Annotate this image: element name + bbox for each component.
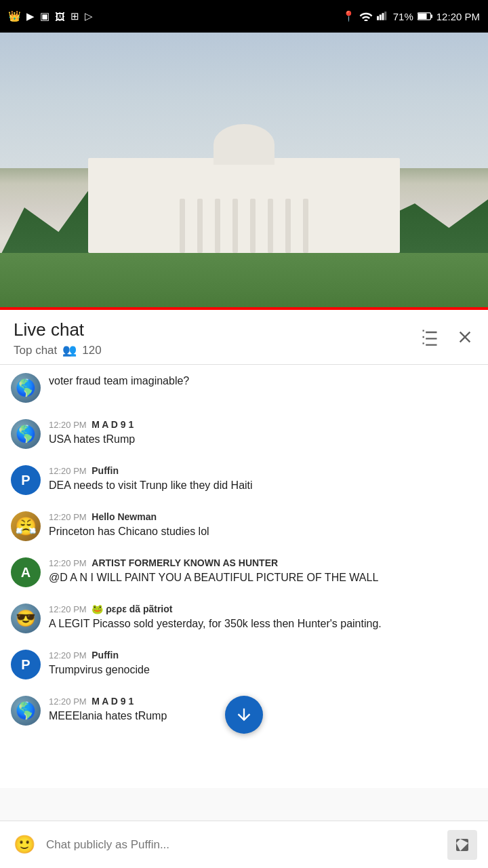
- username: Puffin: [92, 650, 119, 660]
- message-time: 12:20 PM: [49, 512, 87, 522]
- chat-header: Live chat Top chat 👥 120: [0, 310, 488, 365]
- battery-icon: [418, 11, 432, 22]
- emoji-button[interactable]: 🙂: [11, 831, 38, 859]
- svg-rect-3: [384, 12, 386, 20]
- message-content: 12:20 PM Hello Newman Princeton has Chic…: [49, 511, 477, 539]
- send-button[interactable]: [447, 830, 477, 860]
- avatar: 😎: [11, 604, 41, 633]
- message-text: MEEElania hates tRump: [49, 708, 477, 724]
- battery-text: 71%: [393, 11, 413, 22]
- svg-rect-1: [380, 14, 382, 20]
- message-meta: 12:20 PM 🐸 ρερε dã pãtriot: [49, 604, 477, 614]
- emoji-icon: 🙂: [14, 834, 35, 855]
- message-text: @D A N I WILL PAINT YOU A BEAUTIFUL PICT…: [49, 570, 477, 585]
- message-content: 12:20 PM M A D 9 1 MEEElania hates tRump: [49, 696, 477, 724]
- message-meta: 12:20 PM M A D 9 1: [49, 696, 477, 707]
- chat-area-wrapper: 🌎 voter fraud team imaginable? 🌎 12:20 P…: [0, 365, 488, 788]
- message-time: 12:20 PM: [49, 466, 87, 476]
- list-item: 🌎 12:20 PM M A D 9 1 USA hates tRump: [0, 411, 488, 457]
- scroll-to-bottom-button[interactable]: [225, 696, 263, 734]
- storage-icon: ▣: [40, 10, 49, 22]
- message-text: USA hates tRump: [49, 431, 477, 447]
- svg-rect-2: [382, 13, 384, 20]
- message-time: 12:20 PM: [49, 650, 87, 660]
- message-time: 12:20 PM: [49, 420, 87, 430]
- time: 12:20 PM: [436, 11, 480, 22]
- message-content: 12:20 PM M A D 9 1 USA hates tRump: [49, 419, 477, 447]
- list-item: 😎 12:20 PM 🐸 ρερε dã pãtriot A LEGIT Pic…: [0, 595, 488, 642]
- svg-rect-5: [418, 13, 427, 18]
- message-time: 12:20 PM: [49, 696, 87, 707]
- message-meta: 12:20 PM Puffin: [49, 650, 477, 660]
- people-icon: 👥: [62, 343, 77, 357]
- svg-rect-0: [377, 16, 379, 20]
- youtube-icon: ▶: [26, 10, 35, 22]
- svg-rect-6: [430, 14, 432, 18]
- message-text: A LEGIT Picasso sold yesterday, for 350k…: [49, 616, 477, 631]
- status-icons-left: 👑 ▶ ▣ 🖼 ⊞ ▷: [8, 10, 93, 22]
- avatar: A: [11, 557, 41, 587]
- message-text: voter fraud team imaginable?: [49, 373, 477, 389]
- filter-icon[interactable]: [420, 328, 439, 349]
- status-bar: 👑 ▶ ▣ 🖼 ⊞ ▷ 📍 71% 12:20 PM: [0, 0, 488, 33]
- status-right: 📍 71% 12:20 PM: [342, 10, 480, 23]
- signal-icon: [377, 10, 389, 23]
- list-item: 😤 12:20 PM Hello Newman Princeton has Ch…: [0, 503, 488, 549]
- message-meta: 12:20 PM Hello Newman: [49, 511, 477, 522]
- message-meta: 12:20 PM Puffin: [49, 465, 477, 476]
- avatar: P: [11, 465, 41, 495]
- list-item: P 12:20 PM Puffin DEA needs to visit Tru…: [0, 457, 488, 503]
- message-content: 12:20 PM Puffin DEA needs to visit Trunp…: [49, 465, 477, 493]
- message-text: Princeton has Chicano studies lol: [49, 524, 477, 539]
- message-content: 12:20 PM 🐸 ρερε dã pãtriot A LEGIT Picas…: [49, 604, 477, 631]
- message-text: DEA needs to visit Trunp like they did H…: [49, 477, 477, 493]
- avatar: P: [11, 650, 41, 679]
- close-icon[interactable]: [455, 328, 474, 349]
- avatar: 🌎: [11, 419, 41, 449]
- list-item: 🌎 voter fraud team imaginable?: [0, 365, 488, 411]
- play-store-icon: ▷: [85, 10, 93, 22]
- notification-icon: 👑: [8, 10, 21, 22]
- username: ARTIST FORMERLY KNOWN AS HUNTER: [92, 557, 278, 568]
- viewer-count: 120: [82, 344, 101, 357]
- list-item: A 12:20 PM ARTIST FORMERLY KNOWN AS HUNT…: [0, 549, 488, 595]
- live-chat-title: Live chat: [14, 319, 102, 340]
- message-time: 12:20 PM: [49, 558, 87, 568]
- username: M A D 9 1: [92, 696, 134, 707]
- message-content: 12:20 PM ARTIST FORMERLY KNOWN AS HUNTER…: [49, 557, 477, 585]
- username: M A D 9 1: [92, 419, 134, 430]
- message-content: voter fraud team imaginable?: [49, 373, 477, 389]
- username: Puffin: [92, 465, 119, 476]
- location-icon: 📍: [342, 10, 355, 22]
- video-player[interactable]: [0, 33, 488, 307]
- avatar: 🌎: [11, 696, 41, 726]
- message-content: 12:20 PM Puffin Trumpvirus genocide: [49, 650, 477, 677]
- username: Hello Newman: [92, 511, 157, 522]
- chat-input[interactable]: [46, 830, 439, 860]
- avatar: 😤: [11, 511, 41, 541]
- username: 🐸 ρερε dã pãtriot: [92, 604, 172, 614]
- message-meta: 12:20 PM M A D 9 1: [49, 419, 477, 430]
- avatar: 🌎: [11, 373, 41, 403]
- top-chat-label[interactable]: Top chat: [14, 344, 57, 357]
- message-text: Trumpvirus genocide: [49, 662, 477, 677]
- list-item: P 12:20 PM Puffin Trumpvirus genocide: [0, 642, 488, 688]
- message-time: 12:20 PM: [49, 604, 87, 614]
- gallery-icon: 🖼: [55, 11, 65, 22]
- wifi-icon: [359, 10, 373, 23]
- chat-input-bar: 🙂: [0, 821, 488, 868]
- app-icon: ⊞: [70, 10, 79, 22]
- message-meta: 12:20 PM ARTIST FORMERLY KNOWN AS HUNTER: [49, 557, 477, 568]
